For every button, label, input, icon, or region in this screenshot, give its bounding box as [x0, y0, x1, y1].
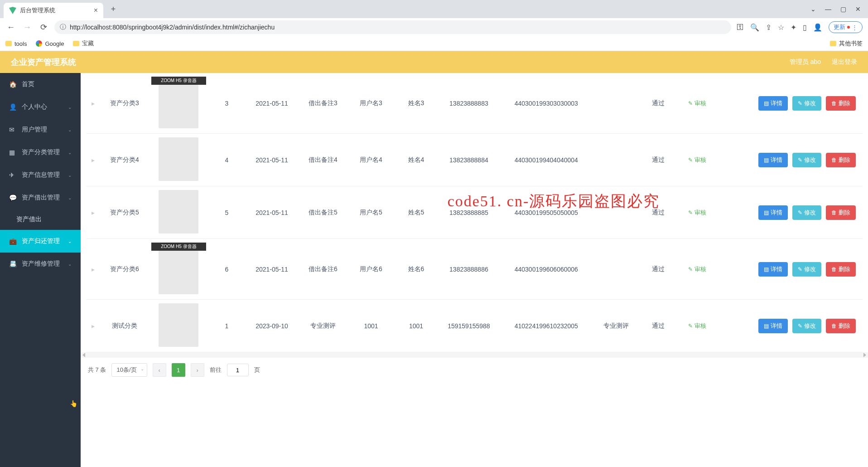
- delete-button[interactable]: 🗑删除: [826, 319, 856, 333]
- tab-title: 后台管理系统: [20, 6, 55, 15]
- name-cell: 姓名3: [395, 73, 437, 134]
- row-marker: ▸: [86, 73, 101, 134]
- row-marker: ▸: [86, 134, 101, 186]
- reload-button[interactable]: ⟳: [38, 22, 49, 33]
- extra-cell: [592, 239, 640, 300]
- asset-image: [159, 137, 198, 181]
- edit-button[interactable]: ✎修改: [792, 262, 821, 277]
- audit-button[interactable]: ✎审核: [683, 96, 712, 111]
- bookmark-icon[interactable]: ☆: [778, 23, 784, 32]
- minimize-icon[interactable]: —: [825, 5, 831, 13]
- bookmark-google[interactable]: Google: [36, 40, 64, 47]
- search-icon[interactable]: 🔍: [750, 23, 759, 32]
- app-header: 企业资产管理系统 管理员 abo 退出登录: [0, 51, 868, 73]
- browser-tab[interactable]: 后台管理系统 ×: [4, 3, 103, 18]
- chevron-down-icon: ⌄: [68, 239, 72, 244]
- next-page-button[interactable]: ›: [191, 363, 204, 377]
- admin-label[interactable]: 管理员 abo: [790, 58, 821, 66]
- forward-button[interactable]: →: [22, 22, 33, 33]
- sidebar-item-repair-mgmt[interactable]: 📇 资产维修管理 ⌄: [0, 253, 81, 275]
- table-row: ▸ 资产分类4 4 2021-05-11 借出备注4 用户名4 姓名4 1382…: [86, 134, 863, 186]
- idcard-cell: 440300199505050005: [501, 186, 592, 239]
- audit-button[interactable]: ✎审核: [683, 205, 712, 220]
- idcard-cell: 440300199303030003: [501, 73, 592, 134]
- sidebar: 🏠 首页 👤 个人中心 ⌄ ✉ 用户管理 ⌄ ▦ 资产分类管理 ⌄ ✈ 资产信息…: [0, 73, 81, 467]
- maximize-icon[interactable]: ▢: [840, 5, 846, 13]
- trash-icon: 🗑: [831, 266, 837, 272]
- image-cell: [149, 300, 209, 352]
- close-window-icon[interactable]: ✕: [855, 5, 861, 13]
- chevron-down-icon: ⌄: [140, 366, 144, 371]
- mail-icon: ✉: [9, 126, 16, 133]
- chevron-down-icon: ⌄: [68, 173, 72, 178]
- goto-prefix: 前往: [210, 366, 222, 374]
- pencil-icon: ✎: [798, 323, 802, 329]
- chevron-down-icon: ⌄: [68, 105, 72, 110]
- asset-image: [159, 85, 198, 128]
- delete-button[interactable]: 🗑删除: [826, 205, 856, 220]
- url-bar[interactable]: ⓘ http://localhost:8080/springboot4j9k2/…: [54, 20, 731, 34]
- key-icon[interactable]: ⚿: [737, 23, 744, 31]
- date-cell: 2021-05-11: [245, 239, 299, 300]
- logout-link[interactable]: 退出登录: [832, 58, 857, 66]
- delete-button[interactable]: 🗑删除: [826, 96, 856, 111]
- sidebar-item-lend-mgmt[interactable]: 💬 资产借出管理 ⌄: [0, 186, 81, 209]
- delete-button[interactable]: 🗑删除: [826, 153, 856, 167]
- profile-icon[interactable]: 👤: [813, 23, 822, 32]
- edit-button[interactable]: ✎修改: [792, 96, 821, 111]
- detail-button[interactable]: ▤详情: [758, 205, 788, 220]
- audit-button[interactable]: ✎审核: [683, 153, 712, 167]
- goto-page-input[interactable]: [227, 364, 249, 376]
- total-count: 共 7 条: [88, 366, 106, 374]
- audit-button[interactable]: ✎审核: [683, 319, 712, 333]
- share-icon[interactable]: ⇪: [766, 23, 772, 32]
- extensions-icon[interactable]: ✦: [791, 23, 796, 32]
- delete-button[interactable]: 🗑删除: [826, 262, 856, 277]
- sidebar-item-user-mgmt[interactable]: ✉ 用户管理 ⌄: [0, 118, 81, 141]
- phone-cell: 13823888884: [437, 134, 501, 186]
- edit-button[interactable]: ✎修改: [792, 205, 821, 220]
- detail-button[interactable]: ▤详情: [758, 96, 788, 111]
- site-info-icon[interactable]: ⓘ: [60, 23, 66, 31]
- category-cell: 资产分类6: [101, 239, 149, 300]
- sidebar-item-category-mgmt[interactable]: ▦ 资产分类管理 ⌄: [0, 141, 81, 164]
- folder-icon: [5, 41, 12, 46]
- horizontal-scrollbar[interactable]: [81, 352, 868, 358]
- edit-icon: ✎: [688, 100, 693, 107]
- idcard-cell: 440300199404040004: [501, 134, 592, 186]
- detail-button[interactable]: ▤详情: [758, 319, 788, 333]
- sidebar-item-info-mgmt[interactable]: ✈ 资产信息管理 ⌄: [0, 164, 81, 186]
- image-cell: [149, 134, 209, 186]
- edit-button[interactable]: ✎修改: [792, 319, 821, 333]
- panel-icon[interactable]: ▯: [803, 23, 807, 32]
- sidebar-item-return-mgmt[interactable]: 💼 资产归还管理 ⌄ 👆: [0, 230, 81, 253]
- sidebar-item-home[interactable]: 🏠 首页: [0, 73, 81, 96]
- asset-image: [159, 251, 198, 294]
- page-number-button[interactable]: 1: [172, 363, 185, 377]
- page-size-select[interactable]: 10条/页 ⌄: [111, 363, 147, 377]
- sidebar-subitem-lend[interactable]: 资产借出: [0, 209, 81, 230]
- detail-button[interactable]: ▤详情: [758, 153, 788, 167]
- update-button[interactable]: 更新 ⋮: [829, 21, 863, 33]
- other-bookmarks[interactable]: 其他书签: [830, 39, 863, 48]
- back-button[interactable]: ←: [5, 22, 16, 33]
- detail-button[interactable]: ▤详情: [758, 262, 788, 277]
- bookmark-tools[interactable]: tools: [5, 40, 27, 47]
- close-tab-icon[interactable]: ×: [94, 6, 98, 15]
- audit-button[interactable]: ✎审核: [683, 262, 712, 277]
- trash-icon: 🗑: [831, 100, 837, 107]
- status-cell: 通过: [640, 239, 676, 300]
- prev-page-button[interactable]: ‹: [153, 363, 166, 377]
- table-row: ▸ 测试分类 1 2023-09-10 专业测评 1001 1001 15915…: [86, 300, 863, 352]
- audit-cell: ✎审核: [676, 73, 719, 134]
- dropdown-icon[interactable]: ⌄: [810, 5, 816, 13]
- extra-cell: 专业测评: [592, 300, 640, 352]
- username-cell: 1001: [347, 300, 395, 352]
- qty-cell: 4: [209, 134, 245, 186]
- sidebar-item-personal[interactable]: 👤 个人中心 ⌄: [0, 96, 81, 118]
- bookmark-treasure[interactable]: 宝藏: [73, 39, 94, 48]
- new-tab-button[interactable]: +: [107, 3, 120, 15]
- table-row: ▸ 资产分类6 ZOOM H5 录音器 6 2021-05-11 借出备注6 用…: [86, 239, 863, 300]
- edit-button[interactable]: ✎修改: [792, 153, 821, 167]
- chevron-down-icon: ⌄: [68, 127, 72, 132]
